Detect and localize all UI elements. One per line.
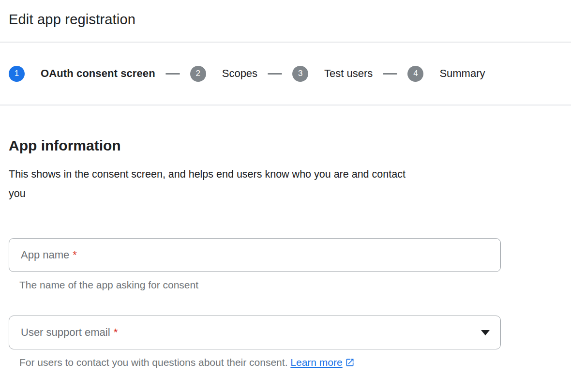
step-3-label: Test users: [324, 67, 373, 80]
section-description-line1: This shows in the consent screen, and he…: [9, 168, 406, 180]
stepper-step-scopes[interactable]: 2 Scopes: [190, 66, 257, 82]
section-title: App information: [9, 137, 562, 154]
dropdown-caret-icon[interactable]: [481, 330, 490, 335]
external-link-icon: [345, 358, 355, 367]
step-separator: [383, 73, 397, 75]
stepper: 1 OAuth consent screen 2 Scopes 3 Test u…: [0, 43, 571, 105]
user-support-email-helper-sentence: For users to contact you with questions …: [19, 357, 287, 368]
app-name-required-asterisk: *: [73, 249, 77, 261]
user-support-email-helper-text: For users to contact you with questions …: [19, 357, 562, 368]
stepper-step-summary[interactable]: 4 Summary: [407, 66, 485, 82]
step-separator: [268, 73, 282, 75]
step-1-label: OAuth consent screen: [41, 67, 155, 80]
step-2-badge: 2: [190, 66, 206, 82]
learn-more-link[interactable]: Learn more: [290, 357, 342, 368]
section-description-line2: you: [9, 188, 26, 199]
app-name-helper-text: The name of the app asking for consent: [19, 279, 562, 291]
page-title: Edit app registration: [9, 12, 562, 28]
app-name-label: App name: [21, 249, 69, 261]
step-1-badge: 1: [9, 66, 25, 82]
step-3-badge: 3: [292, 66, 308, 82]
step-4-label: Summary: [439, 67, 485, 80]
edit-app-registration-page: Edit app registration 1 OAuth consent sc…: [0, 0, 571, 392]
app-name-input[interactable]: App name *: [9, 238, 501, 272]
stepper-divider: [0, 105, 571, 106]
stepper-step-test-users[interactable]: 3 Test users: [292, 66, 373, 82]
user-support-email-select[interactable]: User support email *: [9, 316, 501, 349]
user-support-email-label: User support email: [21, 326, 110, 339]
step-separator: [165, 73, 180, 75]
app-information-section: App information This shows in the consen…: [0, 137, 571, 368]
step-4-badge: 4: [407, 66, 423, 82]
section-description: This shows in the consent screen, and he…: [9, 165, 562, 203]
step-2-label: Scopes: [222, 67, 257, 80]
page-header: Edit app registration: [0, 0, 571, 28]
user-support-email-required-asterisk: *: [114, 326, 118, 339]
stepper-step-oauth-consent-screen[interactable]: 1 OAuth consent screen: [9, 66, 155, 82]
